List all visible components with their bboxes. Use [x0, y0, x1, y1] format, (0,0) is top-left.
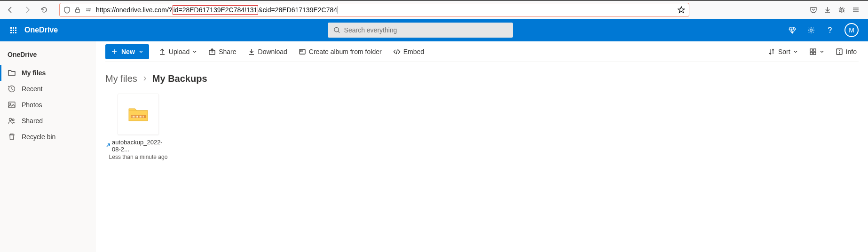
toolbar: New Upload Share Download Create album f… — [105, 41, 859, 62]
svg-rect-30 — [139, 116, 140, 118]
svg-point-9 — [829, 32, 830, 33]
shield-icon — [63, 7, 71, 14]
permissions-icon — [85, 6, 92, 14]
download-icon — [248, 48, 255, 55]
user-avatar[interactable]: M — [844, 23, 859, 37]
svg-rect-33 — [143, 116, 144, 118]
shortcut-indicator-icon — [105, 142, 111, 150]
svg-rect-25 — [132, 116, 133, 118]
svg-point-8 — [810, 29, 813, 32]
sidebar-item-recent[interactable]: Recent — [0, 81, 96, 97]
url-text[interactable]: https://onedrive.live.com/?id=28ED617139… — [96, 5, 674, 15]
reload-button[interactable] — [38, 3, 51, 16]
svg-rect-29 — [137, 116, 138, 118]
svg-rect-17 — [300, 50, 302, 52]
bug-icon[interactable] — [838, 6, 845, 14]
folder-icon — [8, 69, 16, 77]
svg-point-14 — [12, 119, 14, 121]
file-tile[interactable]: autobackup_2022-08-2... Less than a minu… — [105, 94, 171, 160]
back-button[interactable] — [4, 3, 17, 16]
zip-folder-icon — [128, 106, 149, 123]
plus-icon — [111, 48, 118, 55]
view-button[interactable] — [807, 44, 826, 59]
breadcrumb-current: My Backups — [152, 73, 207, 84]
forward-button[interactable] — [21, 3, 34, 16]
svg-rect-32 — [142, 116, 142, 118]
people-icon — [8, 117, 16, 125]
file-subtitle: Less than a minute ago — [105, 154, 171, 160]
chevron-right-icon — [142, 75, 148, 83]
url-highlighted-segment: id=28ED617139E2C784!131 — [173, 5, 259, 15]
svg-rect-19 — [813, 49, 816, 51]
browser-chrome: https://onedrive.live.com/?id=28ED617139… — [0, 0, 868, 19]
app-launcher-button[interactable] — [4, 21, 23, 39]
search-box[interactable] — [328, 23, 513, 38]
app-header: OneDrive M — [0, 19, 868, 41]
upload-icon — [158, 48, 166, 55]
svg-rect-20 — [810, 52, 813, 55]
lock-icon — [74, 7, 81, 13]
url-bar[interactable]: https://onedrive.live.com/?id=28ED617139… — [59, 3, 689, 17]
download-button[interactable]: Download — [246, 44, 289, 59]
chevron-down-icon — [793, 49, 798, 54]
embed-icon — [393, 48, 401, 55]
sidebar-item-label: Recent — [22, 85, 42, 93]
svg-rect-4 — [86, 10, 89, 11]
svg-rect-31 — [140, 116, 141, 118]
create-album-button[interactable]: Create album from folder — [297, 44, 384, 59]
upload-button[interactable]: Upload — [157, 44, 199, 59]
sidebar-item-shared[interactable]: Shared — [0, 113, 96, 129]
sidebar-item-label: Recycle bin — [22, 133, 55, 141]
svg-point-13 — [9, 118, 12, 121]
clock-icon — [8, 85, 16, 93]
photo-icon — [8, 101, 16, 109]
pocket-icon[interactable] — [810, 6, 817, 14]
svg-point-23 — [839, 50, 840, 51]
sidebar-item-label: My files — [22, 69, 46, 77]
svg-rect-18 — [810, 49, 813, 51]
sidebar-title[interactable]: OneDrive — [0, 47, 96, 65]
sidebar: OneDrive My files Recent Photos Shared R… — [0, 41, 96, 252]
album-icon — [299, 48, 306, 55]
download-icon[interactable] — [824, 6, 831, 14]
svg-rect-0 — [76, 9, 80, 12]
file-name: autobackup_2022-08-2... — [112, 139, 171, 153]
sidebar-item-photos[interactable]: Photos — [0, 97, 96, 113]
new-button[interactable]: New — [105, 44, 149, 59]
svg-point-6 — [334, 27, 338, 32]
breadcrumb-root[interactable]: My files — [105, 73, 137, 84]
breadcrumb: My files My Backups — [105, 62, 859, 91]
svg-point-3 — [89, 10, 91, 12]
app-title[interactable]: OneDrive — [24, 26, 58, 34]
search-input[interactable] — [344, 26, 507, 34]
svg-rect-28 — [136, 116, 137, 118]
settings-icon[interactable] — [807, 26, 815, 34]
premium-icon[interactable] — [788, 26, 797, 34]
share-button[interactable]: Share — [206, 44, 238, 59]
chevron-down-icon — [192, 49, 197, 54]
sort-icon — [768, 48, 775, 55]
content-area: New Upload Share Download Create album f… — [96, 41, 868, 252]
chevron-down-icon — [820, 49, 824, 54]
file-thumbnail — [118, 94, 159, 135]
svg-point-12 — [10, 103, 11, 105]
sidebar-item-myfiles[interactable]: My files — [0, 65, 96, 81]
bookmark-star-icon[interactable] — [678, 6, 685, 14]
svg-rect-27 — [134, 116, 135, 118]
share-icon — [208, 48, 216, 55]
svg-line-7 — [338, 32, 339, 33]
sidebar-item-recyclebin[interactable]: Recycle bin — [0, 129, 96, 145]
waffle-icon — [10, 27, 16, 33]
help-icon[interactable] — [826, 26, 834, 34]
chevron-down-icon — [139, 49, 143, 54]
embed-button[interactable]: Embed — [391, 44, 426, 59]
svg-rect-26 — [133, 116, 134, 118]
hamburger-menu-icon[interactable] — [852, 6, 860, 14]
trash-icon — [8, 133, 16, 141]
svg-point-1 — [87, 8, 88, 10]
info-button[interactable]: Info — [834, 44, 859, 59]
grid-view-icon — [809, 48, 817, 55]
svg-rect-21 — [813, 52, 816, 55]
sort-button[interactable]: Sort — [766, 44, 800, 59]
sidebar-item-label: Shared — [22, 117, 43, 125]
